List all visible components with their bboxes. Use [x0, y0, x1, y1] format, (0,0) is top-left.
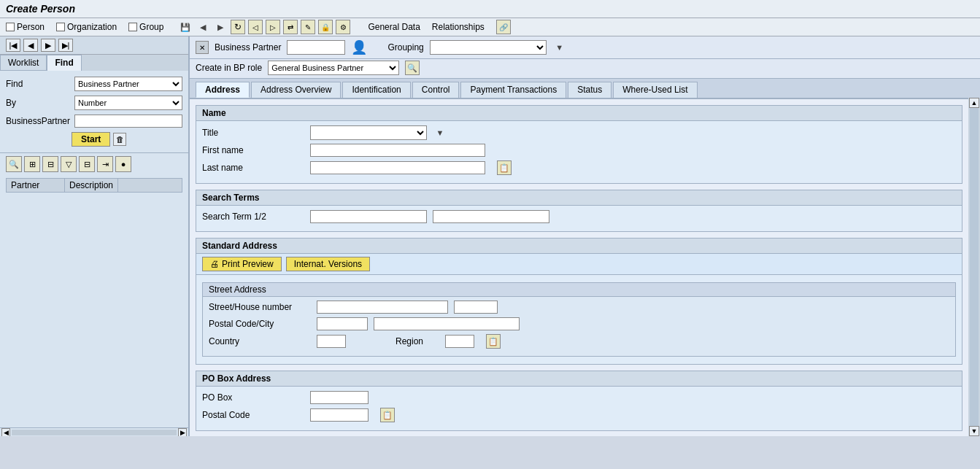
- grouping-select[interactable]: [430, 40, 547, 55]
- title-dropdown-icon[interactable]: ▼: [433, 125, 447, 140]
- menu-general-data[interactable]: General Data: [368, 22, 420, 32]
- group-checkbox: [128, 23, 137, 31]
- scroll-down-arrow[interactable]: ▼: [969, 426, 979, 436]
- left-panel: |◀ ◀ ▶ ▶| Worklist Find Find Business Pa…: [0, 36, 190, 436]
- tab-worklist[interactable]: Worklist: [0, 55, 47, 71]
- start-button[interactable]: Start: [72, 132, 110, 147]
- country-lookup-icon[interactable]: 📋: [486, 334, 501, 349]
- menu-org-label: Organization: [67, 22, 117, 32]
- postal-code-input[interactable]: [317, 317, 368, 330]
- by-select[interactable]: Number: [74, 96, 182, 110]
- forward-icon[interactable]: ▶: [213, 20, 228, 34]
- next-icon[interactable]: ▷: [266, 20, 280, 34]
- lt-search-icon[interactable]: 🔍: [6, 156, 22, 172]
- refresh-icon[interactable]: ↻: [231, 20, 245, 34]
- nav-next-btn[interactable]: ▶: [41, 39, 55, 52]
- last-name-lookup-icon[interactable]: 📋: [497, 160, 512, 175]
- lt-hierarchy-icon[interactable]: ⊟: [42, 156, 58, 172]
- role-search-button[interactable]: 🔍: [405, 61, 420, 75]
- house-number-input[interactable]: [454, 301, 498, 314]
- grouping-label: Grouping: [387, 42, 423, 53]
- po-postal-input[interactable]: [310, 408, 369, 422]
- person-avatar-icon: 👤: [351, 39, 367, 55]
- lt-filter-icon[interactable]: ▽: [61, 156, 77, 172]
- menu-item-group[interactable]: Group: [128, 22, 163, 32]
- prev-icon[interactable]: ◁: [248, 20, 263, 34]
- pencil-icon[interactable]: ✎: [301, 20, 315, 34]
- delete-button[interactable]: 🗑: [113, 133, 126, 146]
- region-label: Region: [396, 336, 439, 346]
- find-label: Find: [6, 79, 72, 89]
- tab-identification[interactable]: Identification: [342, 82, 410, 98]
- search-term-1-input[interactable]: [310, 210, 427, 223]
- left-table: Partner Description: [0, 175, 188, 427]
- lt-settings-icon[interactable]: ●: [115, 156, 131, 172]
- po-box-input[interactable]: [310, 391, 369, 404]
- nav-last-btn[interactable]: ▶|: [58, 39, 73, 52]
- role-label: Create in BP role: [196, 63, 262, 73]
- menu-item-person[interactable]: Person: [6, 22, 45, 32]
- find-tab-label: Find: [55, 58, 73, 68]
- street-input[interactable]: [317, 301, 448, 314]
- save-icon[interactable]: 💾: [178, 20, 193, 34]
- tab-address[interactable]: Address: [196, 82, 250, 98]
- last-name-input[interactable]: [310, 161, 485, 174]
- lt-export-icon[interactable]: ⇥: [97, 156, 113, 172]
- link-icon[interactable]: 🔗: [496, 20, 511, 34]
- tab-control[interactable]: Control: [412, 82, 460, 98]
- title-select[interactable]: [310, 125, 427, 140]
- scroll-track[interactable]: [12, 430, 177, 435]
- scroll-vertical-track[interactable]: [970, 108, 979, 426]
- content-tabs: Address Address Overview Identification …: [190, 79, 980, 98]
- lt-grid-icon[interactable]: ⊟: [79, 156, 95, 172]
- menu-relationships[interactable]: Relationships: [432, 22, 485, 32]
- country-label: Country: [209, 336, 311, 346]
- main-layout: |◀ ◀ ▶ ▶| Worklist Find Find Business Pa…: [0, 36, 980, 436]
- po-postal-label: Postal Code: [202, 410, 304, 420]
- city-input[interactable]: [374, 317, 520, 330]
- tab-address-overview[interactable]: Address Overview: [251, 82, 341, 98]
- tab-where-used[interactable]: Where-Used List: [613, 82, 697, 98]
- tab-find[interactable]: Find: [47, 55, 81, 71]
- scroll-left-arrow[interactable]: ◀: [1, 428, 10, 437]
- bp-find-input[interactable]: [74, 115, 182, 128]
- right-scrollbar: ▲ ▼: [968, 98, 980, 436]
- arrows-icon[interactable]: ⇄: [283, 20, 298, 34]
- search-term-2-input[interactable]: [433, 210, 549, 223]
- print-preview-button[interactable]: 🖨 Print Preview: [202, 257, 282, 271]
- tab-address-label: Address: [205, 85, 240, 95]
- print-preview-label: Print Preview: [222, 259, 274, 269]
- scroll-up-arrow[interactable]: ▲: [969, 98, 979, 108]
- settings-icon[interactable]: ⚙: [336, 20, 350, 34]
- lock-icon[interactable]: 🔒: [318, 20, 333, 34]
- tab-control-label: Control: [422, 85, 450, 95]
- back-icon[interactable]: ◀: [196, 20, 210, 34]
- tab-payment[interactable]: Payment Transactions: [460, 82, 566, 98]
- first-name-input[interactable]: [310, 144, 485, 157]
- tab-status[interactable]: Status: [568, 82, 611, 98]
- po-lookup-icon[interactable]: 📋: [380, 408, 395, 422]
- bp-close-icon[interactable]: ✕: [196, 41, 209, 54]
- name-section-title: Name: [196, 106, 962, 121]
- scroll-right-arrow[interactable]: ▶: [178, 428, 187, 437]
- country-input[interactable]: [317, 335, 346, 348]
- start-row: Start 🗑: [72, 132, 182, 147]
- lt-table-icon[interactable]: ⊞: [24, 156, 40, 172]
- intl-versions-button[interactable]: Internat. Versions: [286, 257, 370, 271]
- nav-prev-btn[interactable]: ◀: [23, 39, 38, 52]
- role-select[interactable]: General Business Partner: [268, 61, 399, 75]
- standard-address-title: Standard Address: [196, 239, 962, 254]
- nav-first-btn[interactable]: |◀: [6, 39, 20, 52]
- menu-item-organization[interactable]: Organization: [56, 22, 117, 32]
- search-terms-content: Search Term 1/2: [196, 206, 962, 231]
- col-partner[interactable]: Partner: [7, 179, 65, 192]
- find-select[interactable]: Business Partner: [74, 77, 182, 91]
- first-name-row: First name: [202, 144, 956, 157]
- search-terms-title: Search Terms: [196, 190, 962, 206]
- search-term-row: Search Term 1/2: [202, 210, 956, 223]
- grouping-dropdown-icon[interactable]: ▼: [552, 40, 567, 55]
- org-checkbox: [56, 23, 65, 31]
- last-name-row: Last name 📋: [202, 160, 956, 175]
- bp-number-input[interactable]: [287, 40, 345, 55]
- region-input[interactable]: [445, 335, 474, 348]
